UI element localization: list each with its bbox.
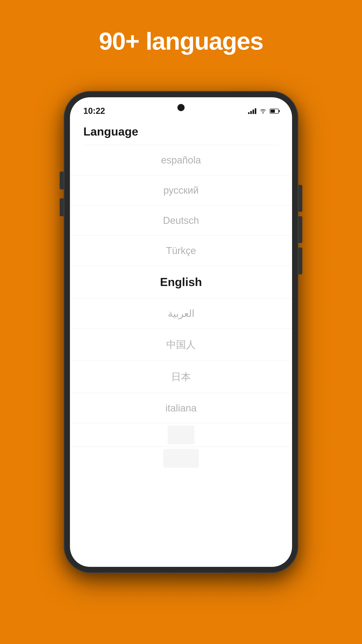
- svg-point-0: [263, 112, 264, 113]
- app-header: Language: [70, 120, 292, 145]
- language-item-blurred-2: [163, 449, 199, 468]
- language-item-japanese[interactable]: 日本: [70, 361, 292, 393]
- status-bar: 10:22: [70, 97, 292, 120]
- language-item-italiana[interactable]: italiana: [70, 393, 292, 423]
- phone-screen: 10:22: [70, 97, 292, 567]
- camera-notch: [177, 104, 185, 111]
- battery-fill: [271, 110, 275, 113]
- language-item-deutsch[interactable]: Deutsch: [70, 206, 292, 236]
- signal-bar-1: [248, 112, 250, 114]
- signal-bar-4: [255, 108, 256, 114]
- language-item-turkce[interactable]: Türkçe: [70, 236, 292, 266]
- language-item-russian[interactable]: русский: [70, 175, 292, 206]
- battery-icon: [270, 109, 279, 114]
- signal-bar-3: [253, 110, 254, 114]
- language-item-english[interactable]: English: [70, 266, 292, 298]
- app-header-title: Language: [83, 125, 138, 138]
- page-title: 90+ languages: [99, 27, 263, 55]
- phone-outer: 10:22: [64, 91, 298, 573]
- phone-mockup: 10:22: [64, 91, 298, 573]
- signal-bar-2: [250, 111, 252, 114]
- language-item-chinese[interactable]: 中国人: [70, 329, 292, 361]
- wifi-icon: [259, 108, 267, 114]
- status-icons: [248, 108, 279, 114]
- language-items-container: española русский Deutsch Türkçe English …: [70, 145, 292, 468]
- status-time: 10:22: [83, 106, 105, 116]
- language-item-blurred-1: [168, 426, 194, 444]
- language-item-espanola[interactable]: española: [70, 145, 292, 175]
- language-item-arabic[interactable]: العربية: [70, 298, 292, 329]
- signal-icon: [248, 108, 256, 114]
